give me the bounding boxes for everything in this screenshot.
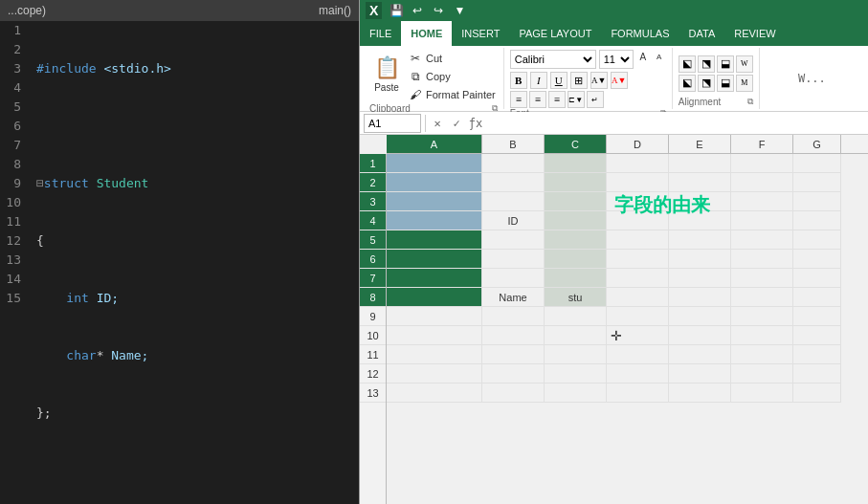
code-content[interactable]: #include <stdio.h> ⊟struct Student { int…	[29, 21, 359, 504]
cell-b4[interactable]: ID	[482, 211, 545, 230]
row-header-9[interactable]: 9	[360, 307, 386, 326]
cell-f9[interactable]	[731, 307, 793, 326]
cell-d8[interactable]	[607, 288, 669, 307]
font-name-select[interactable]: Calibri	[510, 50, 596, 69]
tab-review[interactable]: REVIEW	[724, 21, 785, 46]
row-header-1[interactable]: 1	[360, 154, 386, 173]
cell-f11[interactable]	[731, 345, 793, 364]
cell-b1[interactable]	[482, 154, 545, 173]
fill-color-button[interactable]: A▼	[590, 72, 608, 89]
wrap-button[interactable]: ↵	[587, 91, 604, 108]
cell-b2[interactable]	[482, 173, 545, 192]
col-header-d[interactable]: D	[607, 135, 669, 153]
cancel-formula-icon[interactable]: ✕	[430, 116, 445, 131]
cell-c5[interactable]	[545, 230, 607, 250]
align-mid-center-button[interactable]: ⬔	[698, 75, 715, 92]
cell-g3[interactable]	[793, 192, 841, 211]
row-header-2[interactable]: 2	[360, 173, 386, 192]
cell-c9[interactable]	[545, 307, 607, 326]
cell-b12[interactable]	[482, 364, 545, 383]
merge-center-button[interactable]: M	[736, 75, 753, 92]
cell-d9[interactable]	[607, 307, 669, 326]
col-header-e[interactable]: E	[669, 135, 731, 153]
cell-g9[interactable]	[793, 307, 841, 326]
cell-a10[interactable]	[387, 326, 482, 345]
alignment-expand-icon[interactable]: ⧉	[747, 97, 753, 107]
cell-f3[interactable]	[731, 192, 793, 211]
cell-g6[interactable]	[793, 250, 841, 269]
cell-a4[interactable]	[387, 211, 482, 230]
border-button[interactable]: ⊞	[570, 72, 588, 89]
cell-e6[interactable]	[669, 250, 731, 269]
cell-d11[interactable]	[607, 345, 669, 364]
merge-button[interactable]: ⊏▼	[568, 91, 585, 108]
cell-c12[interactable]	[545, 364, 607, 383]
align-top-center-button[interactable]: ⬔	[698, 55, 715, 73]
confirm-formula-icon[interactable]: ✓	[449, 116, 464, 131]
cell-e11[interactable]	[669, 345, 731, 364]
col-header-a[interactable]: A	[387, 135, 482, 153]
align-mid-left-button[interactable]: ⬕	[679, 75, 696, 92]
cell-b13[interactable]	[482, 383, 545, 403]
cell-a11[interactable]	[387, 345, 482, 364]
row-header-4[interactable]: 4	[360, 211, 386, 230]
cell-c6[interactable]	[545, 250, 607, 269]
cell-c11[interactable]	[545, 345, 607, 364]
cell-e13[interactable]	[669, 383, 731, 403]
cell-g4[interactable]	[793, 211, 841, 230]
cell-d2[interactable]	[607, 173, 669, 192]
wrap-text-button[interactable]: W	[736, 55, 753, 73]
cell-d12[interactable]	[607, 364, 669, 383]
cell-g1[interactable]	[793, 154, 841, 173]
align-center-button[interactable]: ≡	[548, 91, 566, 108]
cell-e9[interactable]	[669, 307, 731, 326]
row-header-13[interactable]: 13	[360, 383, 386, 403]
align-mid-right-button[interactable]: ⬓	[717, 75, 734, 92]
row-header-7[interactable]: 7	[360, 269, 386, 288]
cell-a3[interactable]	[387, 192, 482, 211]
underline-button[interactable]: U	[550, 72, 568, 89]
cell-f12[interactable]	[731, 364, 793, 383]
cell-b7[interactable]	[482, 269, 545, 288]
row-header-10[interactable]: 10	[360, 326, 386, 345]
cell-e5[interactable]	[669, 230, 731, 250]
cell-d10[interactable]: ✛	[607, 326, 669, 345]
align-left-left-button[interactable]: ≡	[510, 91, 527, 108]
col-header-b[interactable]: B	[482, 135, 545, 153]
cell-f10[interactable]	[731, 326, 793, 345]
cell-f4[interactable]	[731, 211, 793, 230]
row-header-8[interactable]: 8	[360, 288, 386, 307]
col-header-c[interactable]: C	[545, 135, 607, 153]
insert-function-icon[interactable]: ƒx	[468, 116, 483, 131]
cell-g13[interactable]	[793, 383, 841, 403]
cell-g7[interactable]	[793, 269, 841, 288]
tab-insert[interactable]: INSERT	[452, 21, 509, 46]
formula-input[interactable]	[487, 114, 864, 133]
align-top-right-button[interactable]: ⬓	[717, 55, 734, 73]
cell-d6[interactable]	[607, 250, 669, 269]
row-header-11[interactable]: 11	[360, 345, 386, 364]
cell-c2[interactable]	[545, 173, 607, 192]
cell-d13[interactable]	[607, 383, 669, 403]
cell-f1[interactable]	[731, 154, 793, 173]
dropdown-button[interactable]: ▼	[451, 2, 468, 19]
cell-e2[interactable]	[669, 173, 731, 192]
row-header-12[interactable]: 12	[360, 364, 386, 383]
cell-e8[interactable]	[669, 288, 731, 307]
tab-file[interactable]: FILE	[360, 21, 401, 46]
cell-g8[interactable]	[793, 288, 841, 307]
cell-f5[interactable]	[731, 230, 793, 250]
cell-a7[interactable]	[387, 269, 482, 288]
font-size-decrease-button[interactable]: A	[653, 50, 666, 63]
cell-c3[interactable]	[545, 192, 607, 211]
paste-button[interactable]: 📋 Paste	[369, 50, 404, 95]
font-size-increase-button[interactable]: A	[636, 50, 650, 63]
font-color-button[interactable]: A▼	[611, 72, 628, 89]
col-header-f[interactable]: F	[731, 135, 793, 153]
align-top-left-button[interactable]: ⬕	[679, 55, 696, 73]
bold-button[interactable]: B	[510, 72, 527, 89]
cell-g5[interactable]	[793, 230, 841, 250]
cell-f6[interactable]	[731, 250, 793, 269]
cell-c7[interactable]	[545, 269, 607, 288]
cell-a12[interactable]	[387, 364, 482, 383]
